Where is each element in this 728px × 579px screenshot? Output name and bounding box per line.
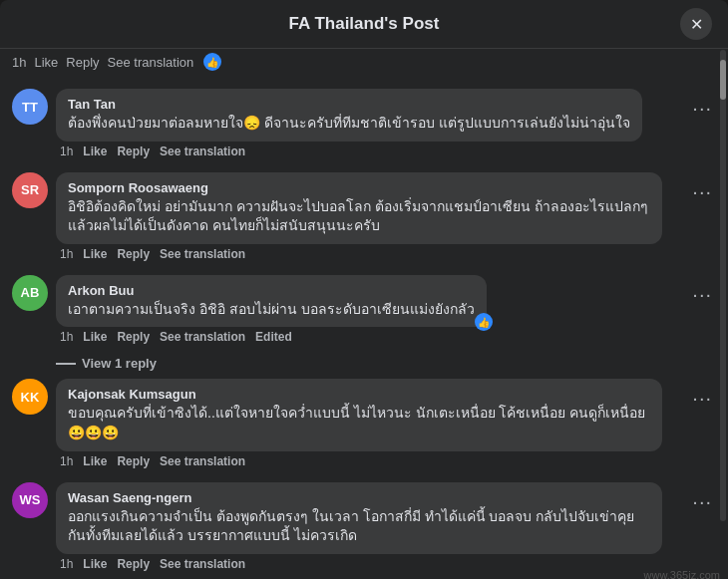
comment-text-arkon-buu: เอาตามความเป็นจริง อิชิอิ สอบไม่ผ่าน บอล… [68,300,475,320]
comment-time-kajonsak: 1h [60,454,73,468]
comment-bubble-wrapper-arkon-buu: Arkon Buu เอาตามความเป็นจริง อิชิอิ สอบไ… [56,275,487,328]
commenter-name-arkon-buu: Arkon Buu [68,283,475,298]
avatar-kajonsak: KK [12,379,48,415]
reply-btn-tan-tan[interactable]: Reply [117,145,150,158]
top-time: 1h [12,55,26,70]
like-btn-arkon-buu[interactable]: Like [83,330,107,344]
comment-item: TT Tan Tan ต้องพึ่งคนป่วยมาต่อลมหายใจ😞 ด… [0,85,728,164]
top-reply-btn[interactable]: Reply [66,55,99,70]
comment-time-tan-tan: 1h [60,145,73,158]
avatar-wasan: WS [12,482,48,518]
comment-time-wasan: 1h [60,557,73,571]
reply-btn-wasan[interactable]: Reply [117,557,150,571]
commenter-name-wasan: Wasan Saeng-ngern [68,490,650,505]
top-see-translation-btn[interactable]: See translation [108,55,194,70]
modal-header: FA Thailand's Post ✕ [0,0,728,49]
like-btn-wasan[interactable]: Like [83,557,107,571]
comment-actions-arkon-buu: 1h Like Reply See translation Edited [56,327,680,346]
commenter-name-somporn: Somporn Roosawaeng [68,180,650,195]
watermark: www.365jz.com [644,569,720,579]
comment-bubble-wrapper-kajonsak: Kajonsak Kumsagun ขอบคุณครับที่เข้าซิงได… [56,379,662,450]
comment-row-somporn: SR Somporn Roosawaeng อิชิอิต้องคิดใหม่ … [0,168,728,267]
scrollbar-thumb [720,60,726,100]
reaction-icon-arkon-buu: 👍 [475,313,493,331]
comment-actions-tan-tan: 1h Like Reply See translation [56,142,680,160]
comment-content-wasan: Wasan Saeng-ngern ออกแรงเกินความจำเป็น ต… [56,482,680,573]
commenter-name-tan-tan: Tan Tan [68,97,630,112]
comment-content-kajonsak: Kajonsak Kumsagun ขอบคุณครับที่เข้าซิงได… [56,379,680,469]
reply-line [56,363,76,365]
modal-title: FA Thailand's Post [289,14,440,34]
comment-actions-kajonsak: 1h Like Reply See translation [56,451,680,470]
comment-content-tan-tan: Tan Tan ต้องพึ่งคนป่วยมาต่อลมหายใจ😞 ดีจา… [56,89,680,160]
reply-btn-kajonsak[interactable]: Reply [117,454,150,468]
more-options-btn-somporn[interactable]: ··· [688,180,716,203]
comment-bubble-wrapper-somporn: Somporn Roosawaeng อิชิอิต้องคิดใหม่ อย่… [56,172,662,244]
comment-bubble-wasan: Wasan Saeng-ngern ออกแรงเกินความจำเป็น ต… [56,482,662,554]
avatar-arkon-buu: AB [12,275,48,311]
view-replies-label: View 1 reply [82,356,157,371]
comment-item: KK Kajonsak Kumsagun ขอบคุณครับที่เข้าซิ… [0,375,728,473]
translate-btn-wasan[interactable]: See translation [160,557,245,571]
comment-bubble-wrapper-wasan: Wasan Saeng-ngern ออกแรงเกินความจำเป็น ต… [56,482,662,554]
comment-time-somporn: 1h [60,247,73,261]
more-options-btn-wasan[interactable]: ··· [688,490,716,513]
translate-btn-tan-tan[interactable]: See translation [160,145,245,158]
reply-btn-somporn[interactable]: Reply [117,247,150,261]
more-options-btn-tan-tan[interactable]: ··· [688,97,716,120]
comment-text-kajonsak: ขอบคุณครับที่เข้าซิงได้..แต่ใจหายใจคว่ำแ… [68,404,650,442]
translate-btn-kajonsak[interactable]: See translation [160,454,245,468]
reply-btn-arkon-buu[interactable]: Reply [117,330,150,344]
more-options-btn-kajonsak[interactable]: ··· [688,387,716,410]
scrollbar-track[interactable] [720,50,726,521]
comment-bubble-somporn: Somporn Roosawaeng อิชิอิต้องคิดใหม่ อย่… [56,172,662,244]
avatar-somporn: SR [12,172,48,208]
like-btn-kajonsak[interactable]: Like [83,454,107,468]
like-btn-tan-tan[interactable]: Like [83,145,107,158]
modal: FA Thailand's Post ✕ 1h Like Reply See t… [0,0,728,579]
top-reaction-thumb: 👍 [203,53,221,71]
like-btn-somporn[interactable]: Like [83,247,107,261]
comment-bubble-arkon-buu: Arkon Buu เอาตามความเป็นจริง อิชิอิ สอบไ… [56,275,487,328]
comment-actions-somporn: 1h Like Reply See translation [56,244,680,263]
comment-time-arkon-buu: 1h [60,330,73,344]
commenter-name-kajonsak: Kajonsak Kumsagun [68,387,650,402]
comment-bubble-kajonsak: Kajonsak Kumsagun ขอบคุณครับที่เข้าซิงได… [56,379,662,450]
avatar-tan-tan: TT [12,89,48,125]
top-like-btn[interactable]: Like [34,55,58,70]
comment-row-arkon-buu: AB Arkon Buu เอาตามความเป็นจริง อิชิอิ ส… [0,271,728,351]
comment-item: WS Wasan Saeng-ngern ออกแรงเกินความจำเป็… [0,478,728,577]
top-action-bar: 1h Like Reply See translation 👍 [0,49,728,77]
comments-container: TT Tan Tan ต้องพึ่งคนป่วยมาต่อลมหายใจ😞 ด… [0,77,728,579]
comment-text-somporn: อิชิอิต้องคิดใหม่ อย่ามันมาก ความฝันจะไป… [68,197,650,236]
comment-row-tan-tan: TT Tan Tan ต้องพึ่งคนป่วยมาต่อลมหายใจ😞 ด… [0,85,728,164]
comment-row-wasan: WS Wasan Saeng-ngern ออกแรงเกินความจำเป็… [0,478,728,577]
comment-content-somporn: Somporn Roosawaeng อิชิอิต้องคิดใหม่ อย่… [56,172,680,263]
close-button[interactable]: ✕ [680,8,712,40]
more-options-btn-arkon-buu[interactable]: ··· [688,283,716,306]
comment-content-arkon-buu: Arkon Buu เอาตามความเป็นจริง อิชิอิ สอบไ… [56,275,680,347]
comment-text-tan-tan: ต้องพึ่งคนป่วยมาต่อลมหายใจ😞 ดีจานะครับที… [68,114,630,134]
translate-btn-arkon-buu[interactable]: See translation [160,330,245,344]
comment-item: AB Arkon Buu เอาตามความเป็นจริง อิชิอิ ส… [0,271,728,351]
edited-label-arkon-buu: Edited [255,330,292,344]
comment-row-kajonsak: KK Kajonsak Kumsagun ขอบคุณครับที่เข้าซิ… [0,375,728,473]
translate-btn-somporn[interactable]: See translation [160,247,245,261]
comment-actions-wasan: 1h Like Reply See translation [56,554,680,573]
comment-bubble-tan-tan: Tan Tan ต้องพึ่งคนป่วยมาต่อลมหายใจ😞 ดีจา… [56,89,642,142]
comment-item: SR Somporn Roosawaeng อิชิอิต้องคิดใหม่ … [0,168,728,267]
comment-text-wasan: ออกแรงเกินความจำเป็น ต้องพูดกันตรงๆ ในเว… [68,507,650,546]
comment-bubble-wrapper-tan-tan: Tan Tan ต้องพึ่งคนป่วยมาต่อลมหายใจ😞 ดีจา… [56,89,642,142]
view-replies-arkon-buu[interactable]: View 1 reply [0,354,728,375]
